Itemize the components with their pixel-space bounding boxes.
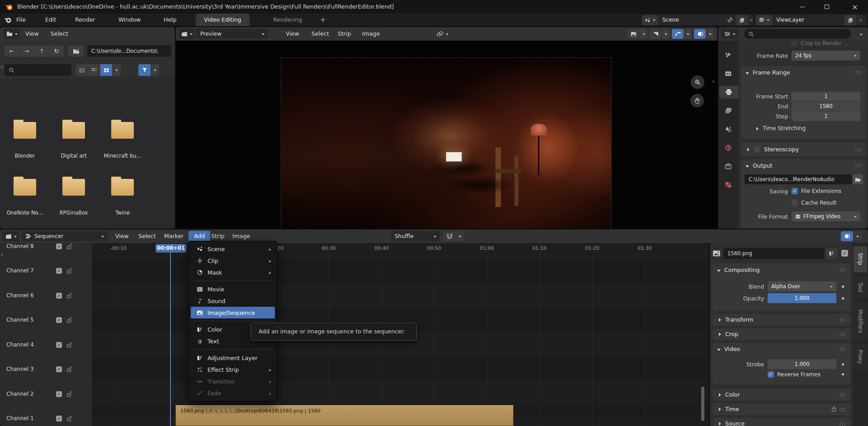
region-collapse-arrow[interactable]: ‹: [712, 78, 715, 85]
zoom-in-button[interactable]: [691, 75, 704, 89]
compositing-title[interactable]: Compositing: [724, 267, 760, 273]
scene-name[interactable]: Scene: [662, 15, 679, 25]
display-horizontal-list-button[interactable]: [88, 64, 100, 76]
region-expand-arrow[interactable]: ›: [0, 251, 3, 258]
blend-mode-dropdown[interactable]: Alpha Over: [768, 281, 836, 291]
menu-window[interactable]: Window: [118, 13, 141, 27]
tab-tool-properties[interactable]: [718, 51, 738, 59]
channel-visibility-checkbox[interactable]: ✓: [56, 391, 62, 397]
menu-render[interactable]: Render: [75, 13, 95, 27]
panel-drag-grip[interactable]: [839, 393, 846, 397]
strip-color-tag-button[interactable]: [826, 248, 837, 259]
folder-icon[interactable]: [14, 122, 36, 139]
tab-render-properties[interactable]: [718, 70, 738, 77]
new-scene-button[interactable]: [736, 15, 748, 25]
folder-icon[interactable]: [62, 179, 85, 196]
sidebar-tab-strip[interactable]: Strip: [854, 246, 867, 272]
channel-visibility-checkbox[interactable]: ✓: [56, 268, 62, 274]
lock-open-icon[interactable]: [66, 292, 73, 299]
pin-icon[interactable]: [727, 17, 733, 23]
up-button[interactable]: ↑: [34, 45, 49, 57]
add-workspace-button[interactable]: +: [320, 14, 326, 26]
file-extensions-label[interactable]: File Extensions: [801, 188, 841, 194]
menu-item-movie[interactable]: Movie: [191, 283, 275, 295]
overlays-dropdown[interactable]: [706, 29, 714, 39]
display-vertical-list-button[interactable]: [76, 64, 88, 76]
menu-item-effect-strip[interactable]: Effect Strip ▸: [191, 364, 275, 375]
preview-menu-image[interactable]: Image: [362, 27, 380, 41]
lock-open-icon[interactable]: [66, 267, 73, 274]
sequencer-menu-view[interactable]: View: [115, 229, 129, 243]
preview-mode-dropdown[interactable]: Preview: [197, 29, 268, 39]
menu-item-mask[interactable]: Mask ▸: [191, 267, 275, 278]
preview-menu-view[interactable]: View: [286, 27, 299, 41]
strip-name-field[interactable]: 1560.png: [723, 248, 825, 259]
lock-open-icon[interactable]: [66, 415, 73, 422]
channel-visibility-checkbox[interactable]: ✓: [56, 293, 62, 299]
folder-label[interactable]: RPGinaBox: [50, 210, 97, 216]
file-search-input[interactable]: [5, 64, 71, 76]
editor-type-button[interactable]: [179, 29, 195, 39]
panel-drag-grip[interactable]: [839, 347, 846, 351]
editor-type-button[interactable]: [4, 29, 20, 39]
path-field[interactable]: C:\Users\de...Documents\: [87, 45, 171, 57]
panel-drag-grip[interactable]: [839, 332, 846, 337]
lock-icon[interactable]: [831, 406, 837, 412]
panel-drag-grip[interactable]: [855, 164, 862, 168]
panel-collapsed-icon[interactable]: [719, 318, 723, 322]
viewlayer-browse-button[interactable]: [756, 15, 772, 25]
minimize-button[interactable]: —: [792, 0, 813, 14]
lock-open-icon[interactable]: [66, 366, 73, 373]
editor-type-button[interactable]: [3, 231, 19, 241]
viewlayer-name[interactable]: ViewLayer: [776, 15, 804, 25]
overlays-toggle-button[interactable]: [694, 29, 706, 39]
new-folder-button[interactable]: [68, 45, 84, 57]
filter-options-dropdown[interactable]: [151, 64, 159, 76]
keyframe-dot[interactable]: [842, 286, 844, 288]
stereoscopy-title[interactable]: Stereoscopy: [764, 146, 799, 153]
sequencer-menu-marker[interactable]: Marker: [164, 229, 184, 243]
tab-output-properties-active[interactable]: [719, 86, 738, 98]
unlink-scene-button[interactable]: ×: [749, 15, 754, 25]
editor-type-button[interactable]: [721, 29, 738, 39]
maximize-button[interactable]: [816, 0, 837, 14]
menu-item-fade[interactable]: Fade ▸: [191, 387, 275, 399]
properties-filter-dropdown[interactable]: [860, 34, 863, 37]
channel-visibility-checkbox[interactable]: ✓: [56, 243, 62, 249]
crop-to-render-row[interactable]: Crop to Render ...: [738, 41, 868, 48]
tab-scene-properties[interactable]: [718, 126, 738, 133]
panel-expand-icon[interactable]: [717, 270, 721, 274]
source-title[interactable]: Source: [725, 420, 745, 426]
frame-start-field[interactable]: 1: [792, 92, 860, 101]
tab-rendering[interactable]: Rendering: [267, 14, 308, 26]
panel-drag-grip[interactable]: [839, 318, 846, 322]
sequencer-overlays-dropdown[interactable]: [854, 231, 862, 241]
opacity-slider[interactable]: 1.000: [768, 293, 836, 303]
channel-visibility-checkbox[interactable]: ✓: [56, 366, 62, 372]
menu-item-clip[interactable]: Clip ▸: [191, 255, 275, 267]
cache-result-label[interactable]: Cache Result: [801, 200, 836, 206]
menu-edit[interactable]: Edit: [45, 13, 56, 27]
timeline-scrollbar[interactable]: [701, 387, 704, 421]
preview-shading-dropdown[interactable]: [662, 29, 670, 39]
file-extensions-checkbox[interactable]: ✓: [792, 188, 798, 194]
folder-label[interactable]: Minecraft bu...: [99, 153, 146, 159]
panel-drag-grip[interactable]: [839, 422, 846, 426]
transform-title[interactable]: Transform: [725, 316, 753, 323]
preview-menu-select[interactable]: Select: [311, 27, 329, 41]
panel-drag-grip[interactable]: [839, 268, 846, 272]
display-channels-dropdown[interactable]: [640, 29, 647, 39]
keyframe-dot[interactable]: [842, 373, 844, 375]
sequencer-overlays-button[interactable]: [841, 231, 853, 241]
channel-visibility-checkbox[interactable]: ✓: [56, 317, 62, 323]
menu-item-adjustment-layer[interactable]: Adjustment Layer: [191, 352, 275, 364]
menu-help[interactable]: Help: [164, 13, 177, 27]
remove-viewlayer-button[interactable]: ×: [858, 15, 863, 25]
playhead-line[interactable]: [170, 252, 171, 426]
panel-drag-grip[interactable]: [855, 70, 862, 75]
folder-label[interactable]: Blender: [1, 153, 48, 159]
image-strip[interactable]: 1560.png | //..\..\..\..\..\Desktop\6084…: [175, 405, 514, 426]
channel-visibility-checkbox[interactable]: ✓: [56, 342, 62, 348]
panel-drag-grip[interactable]: [839, 407, 846, 412]
browse-output-folder-button[interactable]: [853, 174, 863, 184]
